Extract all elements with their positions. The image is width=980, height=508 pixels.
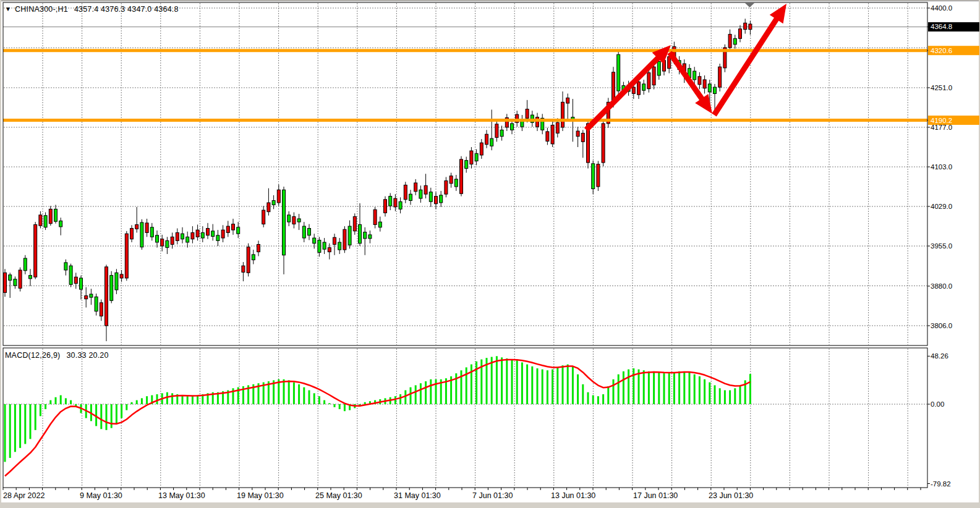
- time-axis-label: 28 Apr 2022: [3, 491, 45, 500]
- candle-body: [95, 297, 98, 311]
- candle-body: [105, 267, 108, 326]
- main-pane-border: [3, 2, 927, 345]
- price-axis-label: 3806.0: [931, 322, 952, 329]
- candle-body: [475, 153, 478, 161]
- candle-body: [551, 125, 554, 144]
- candle-body: [647, 73, 650, 89]
- candle-body: [637, 82, 641, 95]
- candle-body: [566, 98, 569, 103]
- candle-body: [485, 134, 488, 144]
- candle-body: [556, 122, 559, 133]
- horizontal-level-lines: [3, 51, 927, 121]
- time-axis-label: 13 Jun 01:30: [551, 491, 595, 500]
- candle-body: [4, 273, 7, 292]
- candle-body: [267, 203, 270, 212]
- candle-body: [120, 274, 123, 278]
- candle-body: [328, 248, 331, 252]
- candle-body: [343, 229, 346, 250]
- candle-body: [302, 226, 305, 238]
- candle-body: [698, 77, 701, 85]
- trend-arrow-shaft[interactable]: [586, 56, 660, 130]
- candle-body: [546, 132, 549, 142]
- time-axis[interactable]: 28 Apr 20229 May 01:3013 May 01:3019 May…: [3, 488, 921, 500]
- candle-body: [733, 38, 736, 44]
- candle-body: [454, 179, 458, 187]
- candle-body: [718, 67, 722, 87]
- candle-body: [693, 71, 696, 80]
- candle-body: [353, 216, 356, 231]
- candle-body: [252, 255, 255, 260]
- candle-body: [150, 227, 153, 237]
- price-axis-label: 4400.0: [931, 4, 952, 12]
- candle-body: [602, 124, 605, 163]
- candle-body: [283, 190, 286, 255]
- candle-body: [297, 219, 300, 222]
- candle-body: [414, 183, 417, 192]
- candle-body: [247, 247, 250, 273]
- candle-body: [323, 242, 326, 249]
- trend-arrows[interactable]: [586, 4, 786, 130]
- price-tag-label: 4190.2: [931, 117, 952, 124]
- candle-body: [308, 229, 311, 235]
- candle-body: [191, 232, 194, 239]
- candle-body: [500, 130, 503, 136]
- symbol-dropdown-triangle-icon: ▼: [5, 6, 11, 12]
- candle-body: [364, 232, 367, 239]
- price-axis-label: 4177.0: [931, 124, 952, 131]
- macd-axis-label: 0.00: [931, 400, 944, 408]
- bar-position-marker-icon: [744, 2, 755, 7]
- candle-body: [348, 226, 351, 245]
- candle-body: [64, 263, 67, 270]
- candle-body: [592, 164, 595, 189]
- candle-body: [19, 270, 22, 288]
- candle-body: [221, 230, 224, 238]
- candle-body: [708, 84, 711, 92]
- candle-body: [211, 231, 215, 237]
- candle-body: [384, 200, 387, 213]
- candle-body: [495, 124, 498, 138]
- candle-body: [313, 238, 316, 243]
- candle-body: [460, 159, 463, 193]
- time-axis-label: 13 May 01:30: [158, 491, 205, 500]
- price-axis-label: 3880.0: [931, 282, 952, 290]
- candle-body: [435, 197, 438, 204]
- candle-body: [216, 235, 219, 241]
- candle-body: [744, 23, 747, 29]
- candle-body: [110, 276, 113, 301]
- macd-axis-label: -79.82: [931, 480, 951, 488]
- candle-body: [419, 190, 422, 198]
- candle-body: [166, 240, 169, 247]
- candle-body: [318, 240, 321, 253]
- price-axis[interactable]: 4400.04364.84320.64251.04190.24177.04103…: [927, 4, 979, 488]
- macd-histogram: [5, 356, 750, 462]
- candle-body: [226, 226, 229, 232]
- candle-body: [257, 244, 260, 252]
- candle-body: [181, 234, 184, 239]
- candle-body: [369, 235, 372, 239]
- candle-body: [526, 109, 529, 119]
- candle-body: [728, 34, 731, 48]
- candle-body: [409, 194, 412, 200]
- chart-canvas[interactable]: 4400.04364.84320.64251.04190.24177.04103…: [0, 0, 980, 508]
- candle-body: [14, 279, 17, 286]
- candle-body: [39, 215, 42, 226]
- candle-body: [242, 266, 245, 272]
- candle-body: [140, 222, 143, 247]
- candle-body: [186, 237, 189, 242]
- candle-body: [272, 201, 275, 205]
- candle-body: [34, 224, 37, 277]
- candle-body: [130, 229, 134, 239]
- candle-body: [90, 294, 93, 297]
- candle-body: [465, 161, 468, 169]
- macd-name: MACD(12,26,9): [5, 351, 60, 360]
- candle-body: [85, 296, 88, 299]
- candle-body: [262, 210, 265, 224]
- candle-body: [561, 102, 565, 127]
- time-axis-label: 9 May 01:30: [80, 491, 122, 500]
- candle-body: [161, 239, 164, 246]
- candle-body: [511, 124, 514, 130]
- price-tag-label: 4320.6: [931, 47, 952, 54]
- candlestick-series: [4, 19, 752, 341]
- candle-body: [292, 216, 296, 224]
- candle-body: [703, 80, 706, 88]
